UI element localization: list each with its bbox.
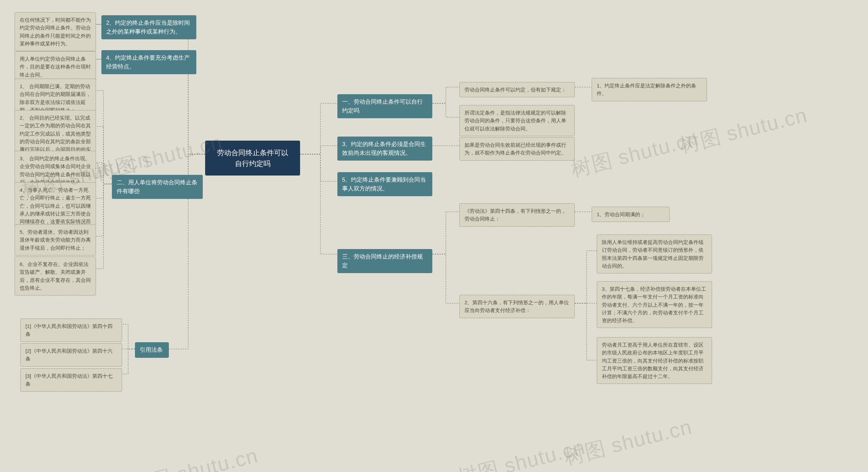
leaf-text: [2]《中华人民共和国劳动法》第四十六条	[25, 348, 113, 362]
branch-left-list[interactable]: 二、用人单位将劳动合同终止条件有哪些	[112, 175, 203, 199]
watermark: 树图 shutu.cn	[127, 442, 261, 472]
leaf-l2-c1[interactable]: 在任何情况下，时间都不能作为约定劳动合同终止条件。劳动合同终止的条件只能是时间之…	[15, 12, 96, 51]
leaf-text: [3]《中华人民共和国劳动法》第四十七条	[25, 373, 113, 387]
leaf-text: 如果是劳动合同生效前就已经出现的事件或行为，就不能作为终止条件在劳动合同中约定。	[465, 142, 566, 156]
leaf-ref-1[interactable]: [1]《中华人民共和国劳动法》第四十四条	[20, 319, 122, 342]
leaf-list-5[interactable]: 5、劳动者退休。劳动者因达到退休年龄或丧失劳动能力而办离退休手续后，合同即行终止…	[15, 224, 96, 255]
branch-right-comp[interactable]: 三、劳动合同终止的经济补偿规定	[337, 249, 432, 273]
leaf-comp-c1[interactable]: 《劳动法》第四十四条，有下列情形之一的，劳动合同终止：	[459, 203, 575, 227]
watermark: 树图 shutu.cn	[455, 434, 588, 472]
branch-label: 2、约定的终止条件应当是除时间之外的某种事件或某种行为。	[106, 20, 190, 35]
watermark: 树图 shutu.cn	[677, 102, 810, 160]
branch-label: 二、用人单位将劳动合同终止条件有哪些	[117, 179, 197, 194]
branch-label: 一、劳动合同终止条件可以自行约定吗	[342, 99, 423, 114]
leaf-text: 5、劳动者退休。劳动者因达到退休年龄或丧失劳动能力而办离退休手续后，合同即行终止…	[20, 229, 91, 251]
leaf-text: 用人单位约定劳动合同终止条件，目的是要在这种条件出现时终止合同。	[20, 56, 91, 78]
leaf-text: 《劳动法》第四十四条，有下列情形之一的，劳动合同终止：	[465, 208, 566, 222]
leaf-text: 3、 合同约定的终止条件出现。企业劳动合同或集体合同对企业劳动合同约定的终止条件…	[20, 156, 91, 185]
branch-label: 4、约定终止条件要充分考虑生产经营特点。	[106, 55, 190, 70]
leaf-list-6[interactable]: 6、企业不复存在。企业因依法宣告破产、解散、关闭或兼并后，原有企业不复存在，其合…	[15, 256, 96, 295]
leaf-text: 劳动合同终止条件可以约定，但有如下规定：	[465, 87, 566, 93]
leaf-text: 3、第四十七条，经济补偿按劳动者在本单位工作的年限，每满一年支付一个月工资的标准…	[602, 286, 706, 323]
mindmap-canvas: 劳动合同终止条件可以自行约定吗 2、约定的终止条件应当是除时间之外的某种事件或某…	[0, 0, 868, 472]
branch-label: 引用法条	[140, 347, 163, 353]
leaf-text: 1、 合同期限已满。定期的劳动合同在合同约定的期限届满后，除非双方是依法续订或依…	[20, 83, 91, 113]
leaf-r1-c2[interactable]: 所谓法定条件，是指法律法规规定的可以解除劳动合同的条件，只要符合这些条件，用人单…	[459, 105, 575, 136]
leaf-r1-c1[interactable]: 劳动合同终止条件可以约定，但有如下规定：	[459, 82, 575, 97]
leaf-comp-c2-g2[interactable]: 3、第四十七条，经济补偿按劳动者在本单位工作的年限，每满一年支付一个月工资的标准…	[597, 281, 712, 328]
leaf-text: 除用人单位维持或者提高劳动合同约定条件续订劳动合同，劳动者不同意续订的情形外，依…	[602, 239, 704, 269]
leaf-text: 劳动者月工资高于用人单位所在直辖市、设区的市级人民政府公布的本地区上年度职工月平…	[602, 342, 704, 379]
leaf-text: 1、约定终止条件应是法定解除条件之外的条件。	[597, 83, 696, 96]
leaf-ref-3[interactable]: [3]《中华人民共和国劳动法》第四十七条	[20, 368, 122, 392]
leaf-text: 1、劳动合同期满的；	[597, 211, 645, 217]
leaf-text: 6、企业不复存在。企业因依法宣告破产、解散、关闭或兼并后，原有企业不复存在，其合…	[20, 261, 91, 291]
watermark: 树图 shutu.cn	[561, 413, 695, 472]
branch-left-ref[interactable]: 引用法条	[135, 342, 169, 358]
branch-left-2[interactable]: 2、约定的终止条件应当是除时间之外的某种事件或某种行为。	[101, 15, 196, 39]
root-title: 劳动合同终止条件可以自行约定吗	[217, 149, 288, 167]
leaf-comp-c2[interactable]: 2、第四十六条，有下列情形之一的，用人单位应当向劳动者支付经济补偿：	[459, 295, 575, 318]
leaf-text: 在任何情况下，时间都不能作为约定劳动合同终止条件。劳动合同终止的条件只能是时间之…	[20, 17, 91, 46]
leaf-text: 2、第四十六条，有下列情形之一的，用人单位应当向劳动者支付经济补偿：	[465, 300, 569, 313]
leaf-text: 所谓法定条件，是指法律法规规定的可以解除劳动合同的条件，只要符合这些条件，用人单…	[465, 110, 566, 131]
branch-left-4[interactable]: 4、约定终止条件要充分考虑生产经营特点。	[101, 50, 196, 74]
leaf-text: [1]《中华人民共和国劳动法》第四十四条	[25, 323, 113, 337]
branch-label: 3、约定的终止条件必须是合同生效前尚未出现的客观情况。	[342, 141, 426, 156]
root-node[interactable]: 劳动合同终止条件可以自行约定吗	[205, 141, 300, 176]
leaf-comp-c2-g1[interactable]: 除用人单位维持或者提高劳动合同约定条件续订劳动合同，劳动者不同意续订的情形外，依…	[597, 234, 712, 273]
leaf-comp-c1-g1[interactable]: 1、劳动合同期满的；	[592, 207, 670, 222]
branch-label: 三、劳动合同终止的经济补偿规定	[342, 253, 423, 269]
leaf-l4-c1[interactable]: 用人单位约定劳动合同终止条件，目的是要在这种条件出现时终止合同。	[15, 51, 96, 82]
leaf-ref-2[interactable]: [2]《中华人民共和国劳动法》第四十六条	[20, 343, 122, 367]
leaf-r1-c1-g1[interactable]: 1、约定终止条件应是法定解除条件之外的条件。	[592, 78, 707, 101]
leaf-r3-c1[interactable]: 如果是劳动合同生效前就已经出现的事件或行为，就不能作为终止条件在劳动合同中约定。	[459, 137, 575, 161]
watermark: 树图 shutu.cn	[568, 125, 702, 184]
branch-right-5[interactable]: 5、约定终止条件要兼顾到合同当事人双方的情况。	[337, 172, 432, 196]
branch-right-3[interactable]: 3、约定的终止条件必须是合同生效前尚未出现的客观情况。	[337, 137, 432, 161]
leaf-comp-c2-g3[interactable]: 劳动者月工资高于用人单位所在直辖市、设区的市级人民政府公布的本地区上年度职工月平…	[597, 337, 712, 384]
branch-label: 5、约定终止条件要兼顾到合同当事人双方的情况。	[342, 177, 426, 192]
branch-right-1[interactable]: 一、劳动合同终止条件可以自行约定吗	[337, 94, 432, 118]
